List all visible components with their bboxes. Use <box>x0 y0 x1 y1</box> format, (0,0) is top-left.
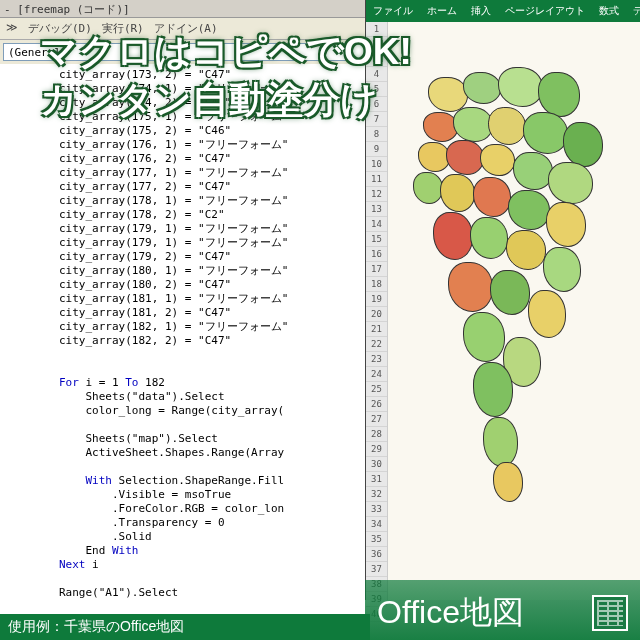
map-region[interactable] <box>473 177 511 217</box>
map-region[interactable] <box>490 270 530 315</box>
map-region[interactable] <box>506 230 546 270</box>
vba-window-title: - [freemap (コード)] <box>0 0 370 18</box>
map-region[interactable] <box>508 190 550 230</box>
map-region[interactable] <box>446 140 484 175</box>
headline-line2: カンタン自動塗分け <box>40 76 412 124</box>
map-region[interactable] <box>543 247 581 292</box>
row-header[interactable]: 25 <box>366 382 387 397</box>
row-header[interactable]: 17 <box>366 262 387 277</box>
ribbon-tab-4[interactable]: 数式 <box>592 0 626 22</box>
row-header[interactable]: 15 <box>366 232 387 247</box>
row-header[interactable]: 23 <box>366 352 387 367</box>
map-region[interactable] <box>548 162 593 204</box>
promo-headline: マクロはコピペでOK! カンタン自動塗分け <box>40 28 412 124</box>
row-header[interactable]: 11 <box>366 172 387 187</box>
map-region[interactable] <box>470 217 508 259</box>
row-header[interactable]: 9 <box>366 142 387 157</box>
excel-icon <box>592 595 628 631</box>
map-region[interactable] <box>428 77 468 112</box>
row-header[interactable]: 14 <box>366 217 387 232</box>
map-region[interactable] <box>523 112 568 154</box>
map-region[interactable] <box>493 462 523 502</box>
row-header[interactable]: 27 <box>366 412 387 427</box>
footer-caption: 使用例：千葉県のOffice地図 <box>0 614 370 640</box>
footer-brand-text: Office地図 <box>377 591 524 635</box>
row-header[interactable]: 28 <box>366 427 387 442</box>
map-region[interactable] <box>538 72 580 117</box>
row-header[interactable]: 31 <box>366 472 387 487</box>
row-header[interactable]: 20 <box>366 307 387 322</box>
row-header[interactable]: 36 <box>366 547 387 562</box>
row-header[interactable]: 24 <box>366 367 387 382</box>
row-header[interactable]: 30 <box>366 457 387 472</box>
row-header[interactable]: 26 <box>366 397 387 412</box>
row-header[interactable]: 32 <box>366 487 387 502</box>
map-region[interactable] <box>546 202 586 247</box>
row-header[interactable]: 12 <box>366 187 387 202</box>
row-header[interactable]: 29 <box>366 442 387 457</box>
excel-ribbon: ファイルホーム挿入ページレイアウト数式データ校閲 <box>366 0 640 22</box>
map-region[interactable] <box>563 122 603 167</box>
map-region[interactable] <box>498 67 543 107</box>
map-region[interactable] <box>453 107 493 142</box>
ribbon-tab-2[interactable]: 挿入 <box>464 0 498 22</box>
map-region[interactable] <box>440 174 475 212</box>
map-region[interactable] <box>480 144 515 176</box>
row-header[interactable]: 16 <box>366 247 387 262</box>
map-region[interactable] <box>413 172 443 204</box>
row-header[interactable]: 10 <box>366 157 387 172</box>
map-region[interactable] <box>463 312 505 362</box>
map-region[interactable] <box>433 212 473 260</box>
row-header[interactable]: 19 <box>366 292 387 307</box>
ribbon-tab-5[interactable]: データ <box>626 0 640 22</box>
vba-code-area[interactable]: city_array(173, 2) = "C47" city_array(17… <box>0 64 370 624</box>
map-region[interactable] <box>483 417 518 467</box>
row-header[interactable]: 35 <box>366 532 387 547</box>
map-region[interactable] <box>513 152 553 190</box>
footer-brand: Office地図 <box>365 580 640 640</box>
map-region[interactable] <box>473 362 513 417</box>
row-header[interactable]: 21 <box>366 322 387 337</box>
row-header[interactable]: 8 <box>366 127 387 142</box>
ribbon-tab-0[interactable]: ファイル <box>366 0 420 22</box>
ribbon-tab-1[interactable]: ホーム <box>420 0 464 22</box>
map-region[interactable] <box>463 72 501 104</box>
ribbon-tab-3[interactable]: ページレイアウト <box>498 0 592 22</box>
row-header[interactable]: 18 <box>366 277 387 292</box>
row-header[interactable]: 33 <box>366 502 387 517</box>
map-canvas[interactable] <box>388 22 640 600</box>
map-region[interactable] <box>448 262 493 312</box>
row-header[interactable]: 34 <box>366 517 387 532</box>
headline-line1: マクロはコピペでOK! <box>40 28 412 76</box>
map-region[interactable] <box>528 290 566 338</box>
row-header[interactable]: 13 <box>366 202 387 217</box>
map-region[interactable] <box>488 107 526 145</box>
row-header[interactable]: 37 <box>366 562 387 577</box>
row-header[interactable]: 22 <box>366 337 387 352</box>
